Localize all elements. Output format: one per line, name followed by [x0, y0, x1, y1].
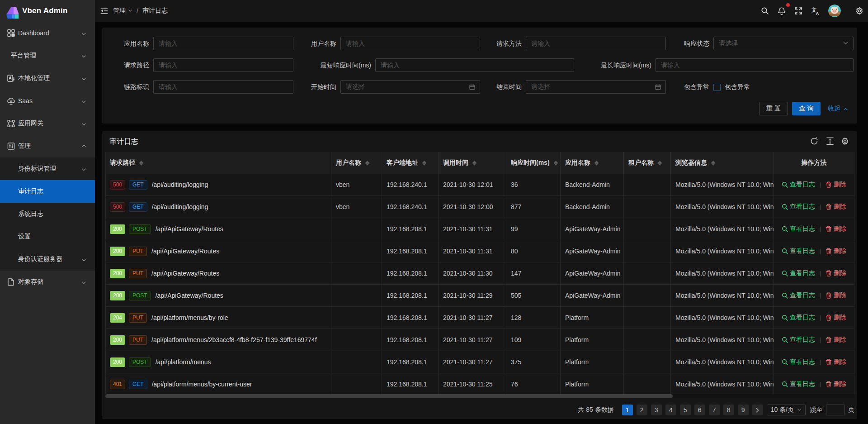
delete-link[interactable]: 删除 [826, 336, 846, 344]
fullscreen-icon[interactable] [794, 7, 802, 15]
sidebar-item-3[interactable]: Saas [0, 90, 95, 112]
column-header-5[interactable]: 应用名称 [561, 152, 624, 174]
table-cell: 查看日志|删除 [774, 329, 854, 351]
table-cell: Backend-Admin [561, 174, 624, 195]
sort-caret-icon[interactable] [422, 161, 426, 166]
request-path: /api/platform/menus/by-role [151, 314, 228, 321]
status-badge: 401 [110, 380, 125, 389]
sidebar-item-4[interactable]: 应用网关 [0, 112, 95, 135]
table-cell: vben [331, 196, 382, 218]
page-button-4[interactable]: 4 [665, 405, 676, 415]
sidebar-item-sub-0[interactable]: 身份标识管理 [0, 157, 95, 180]
jump-page-input[interactable] [826, 405, 845, 415]
column-header-2[interactable]: 客户端地址 [382, 152, 439, 174]
collapse-link[interactable]: 收起 [828, 102, 848, 115]
delete-link[interactable]: 删除 [826, 247, 846, 255]
column-header-3[interactable]: 调用时间 [439, 152, 506, 174]
table-cell: 2021-10-30 11:31 [439, 240, 506, 262]
duration-ms: 505 [511, 292, 521, 299]
browser-info: Mozilla/5.0 (Windows NT 10.0; Win [675, 203, 774, 210]
table-cell [624, 351, 671, 373]
sidebar-item-sub-1[interactable]: 审计日志 [0, 180, 95, 203]
delete-link[interactable]: 删除 [826, 181, 846, 189]
sort-caret-icon[interactable] [554, 161, 558, 166]
column-header-1[interactable]: 用户名称 [331, 152, 382, 174]
bell-icon[interactable] [778, 7, 786, 15]
column-height-icon[interactable] [826, 137, 834, 145]
delete-link[interactable]: 删除 [826, 291, 846, 300]
logo[interactable]: Vben Admin [0, 0, 95, 22]
delete-link[interactable]: 删除 [826, 269, 846, 277]
column-label: 用户名称 [336, 159, 361, 167]
sidebar-item-6[interactable]: 对象存储 [0, 271, 95, 293]
filter-input[interactable] [656, 58, 854, 72]
sort-caret-icon[interactable] [658, 161, 662, 166]
page-button-1[interactable]: 1 [622, 405, 633, 415]
view-log-link[interactable]: 查看日志 [782, 358, 815, 366]
settings-gear-icon[interactable] [855, 7, 863, 15]
page-button-2[interactable]: 2 [637, 405, 647, 415]
sort-caret-icon[interactable] [139, 161, 143, 166]
table-settings-icon[interactable] [841, 137, 849, 145]
sidebar-item-0[interactable]: Dashboard [0, 22, 95, 44]
trash-icon [826, 292, 832, 299]
delete-link[interactable]: 删除 [826, 203, 846, 211]
sort-caret-icon[interactable] [472, 161, 476, 166]
scrollbar-thumb[interactable] [105, 394, 673, 398]
filter-select[interactable]: 请选择 [713, 37, 854, 50]
menu-fold-icon[interactable] [100, 7, 108, 15]
table-cell: Platform [561, 351, 624, 373]
page-button-7[interactable]: 7 [709, 405, 720, 415]
refresh-icon[interactable] [810, 137, 818, 145]
view-log-link[interactable]: 查看日志 [782, 247, 815, 255]
table-cell: ApiGateWay-Admin [561, 218, 624, 240]
duration-ms: 80 [511, 248, 518, 255]
sidebar-item-sub-3[interactable]: 设置 [0, 225, 95, 248]
delete-link[interactable]: 删除 [826, 314, 846, 322]
sidebar-item-1[interactable]: 平台管理 [0, 44, 95, 67]
page-button-8[interactable]: 8 [723, 405, 734, 415]
delete-link[interactable]: 删除 [826, 358, 846, 366]
translate-icon[interactable] [811, 7, 820, 15]
column-header-4[interactable]: 响应时间(ms) [506, 152, 561, 174]
column-header-0[interactable]: 请求路径 [105, 152, 331, 174]
view-log-link[interactable]: 查看日志 [782, 269, 815, 277]
column-header-7[interactable]: 浏览器信息 [671, 152, 774, 174]
sort-caret-icon[interactable] [594, 161, 599, 166]
search-icon[interactable] [761, 7, 769, 15]
view-log-link[interactable]: 查看日志 [782, 203, 815, 211]
page-button-5[interactable]: 5 [680, 405, 691, 415]
page-size-select[interactable]: 10 条/页 [767, 405, 806, 415]
sidebar-item-2[interactable]: 本地化管理 [0, 67, 95, 90]
view-log-link[interactable]: 查看日志 [782, 314, 815, 322]
delete-link[interactable]: 删除 [826, 225, 846, 233]
filter-field: 包含异常包含异常 [102, 80, 857, 94]
sort-caret-icon[interactable] [365, 161, 369, 166]
table-cell [624, 373, 671, 394]
view-log-link[interactable]: 查看日志 [782, 380, 815, 388]
page-button-6[interactable]: 6 [694, 405, 705, 415]
table-cell [624, 218, 671, 240]
client-address: 192.168.208.1 [387, 358, 427, 366]
include-exception-checkbox[interactable]: 包含异常 [713, 83, 750, 91]
reset-button[interactable]: 重 置 [759, 102, 788, 115]
table-cell: 200PUT/api/ApiGateway/Routes [105, 240, 331, 262]
filter-text-input[interactable] [661, 62, 848, 69]
sidebar-item-5[interactable]: 管理 [0, 135, 95, 157]
column-header-8: 操作方法 [774, 152, 854, 174]
sidebar-item-sub-4[interactable]: 身份认证服务器 [0, 248, 95, 271]
breadcrumb-section[interactable]: 管理 [113, 7, 132, 15]
page-button-3[interactable]: 3 [651, 405, 662, 415]
view-log-link[interactable]: 查看日志 [782, 336, 815, 344]
search-button[interactable]: 查 询 [792, 102, 821, 115]
page-button-9[interactable]: 9 [738, 405, 749, 415]
column-header-6[interactable]: 租户名称 [624, 152, 671, 174]
view-log-link[interactable]: 查看日志 [782, 181, 815, 189]
avatar[interactable] [828, 5, 841, 17]
view-log-link[interactable]: 查看日志 [782, 291, 815, 300]
next-page-button[interactable] [752, 405, 763, 415]
sidebar-item-sub-2[interactable]: 系统日志 [0, 203, 95, 225]
delete-link[interactable]: 删除 [826, 380, 846, 388]
view-log-link[interactable]: 查看日志 [782, 225, 815, 233]
sort-caret-icon[interactable] [711, 161, 715, 166]
